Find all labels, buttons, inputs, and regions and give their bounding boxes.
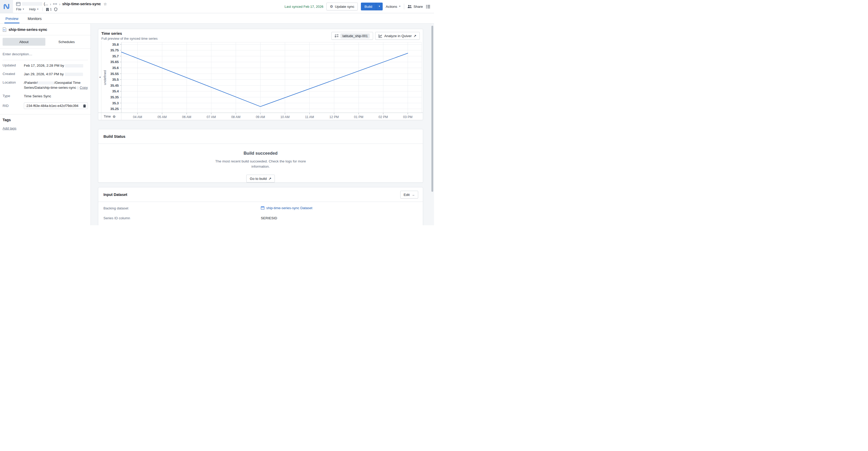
redacted-path-segment: [38, 82, 54, 84]
time-axis-label: Time: [104, 115, 111, 118]
redacted-user: [65, 64, 83, 67]
favorite-star-icon[interactable]: ☆: [103, 2, 107, 6]
top-bar: (... › ••• › ship-time-series-sync ☆ Fil…: [0, 0, 434, 13]
tags-title: Tags: [3, 118, 88, 122]
go-to-build-button[interactable]: Go to build ↗: [246, 175, 275, 182]
series-line: [121, 52, 408, 107]
time-axis-control[interactable]: Time ⚙: [101, 113, 121, 120]
build-button[interactable]: Build: [361, 3, 376, 10]
organization-building-icon[interactable]: [46, 8, 49, 11]
series-selector-button[interactable]: latitude_ship-001: [331, 32, 373, 40]
y-axis-title: undefined: [103, 70, 107, 85]
rid-label: RID: [3, 104, 24, 108]
help-menu[interactable]: Help▼: [29, 7, 40, 11]
main-panel: Time series Full preview of the synced t…: [91, 24, 434, 225]
clipboard-copy-icon[interactable]: [83, 104, 86, 108]
chevron-down-icon: ▼: [37, 8, 39, 10]
breadcrumb-resource-title[interactable]: ship-time-series-sync: [62, 2, 101, 6]
edit-input-button[interactable]: Edit →: [400, 191, 418, 198]
file-menu[interactable]: File▼: [16, 7, 26, 11]
breadcrumb-project-truncated[interactable]: (...: [44, 2, 48, 6]
series-id-value: SERIESID: [261, 216, 418, 220]
time-series-file-icon: [3, 27, 6, 32]
build-split-button: Build ▼: [361, 3, 383, 10]
metadata-list: Updated Feb 17, 2026, 2:28 PM by Created…: [0, 60, 91, 113]
description-placeholder[interactable]: Enter description…: [0, 49, 91, 60]
build-card-header: Build Status: [98, 129, 423, 144]
app-logo-rail: [0, 0, 13, 13]
last-synced-status: Last synced Feb 17, 2026: [285, 5, 323, 8]
sidebar-segmented-control: About Schedules: [0, 35, 91, 49]
location-label: Location: [3, 80, 24, 84]
segment-schedules[interactable]: Schedules: [45, 38, 88, 46]
topbar-divider: [404, 4, 404, 9]
people-icon: [407, 5, 412, 8]
updated-label: Updated: [3, 63, 24, 67]
type-label: Type: [3, 94, 24, 98]
x-tick-label: 11 AM: [305, 115, 314, 119]
collapse-panel-handle[interactable]: ◂: [98, 41, 101, 113]
segment-about[interactable]: About: [3, 38, 45, 46]
content-area: ship-time-series-sync About Schedules En…: [0, 24, 434, 225]
collapse-left-icon: ◂: [99, 76, 100, 78]
x-tick-label: 01 PM: [354, 115, 363, 119]
created-label: Created: [3, 72, 24, 76]
rid-field: [24, 103, 88, 109]
actions-menu-button[interactable]: Actions ▼: [386, 5, 401, 8]
input-dataset-card: Input Dataset Edit → Backing dataset: [98, 187, 423, 225]
add-tags-link[interactable]: Add tags: [3, 126, 16, 130]
y-tick-label: 35.75: [110, 48, 119, 52]
properties-list-icon[interactable]: [426, 5, 430, 8]
copy-location-link[interactable]: Copy: [80, 86, 88, 89]
x-tick-label: 03 PM: [403, 115, 412, 119]
menu-divider: [42, 7, 43, 11]
chart-title: Time series: [101, 31, 122, 35]
chevron-right-icon: ›: [59, 2, 61, 6]
tab-monitors[interactable]: Monitors: [27, 14, 43, 23]
build-status-heading: Build succeeded: [243, 151, 277, 156]
chevron-right-icon: ›: [50, 2, 51, 6]
axis-settings-gear-icon[interactable]: ⚙: [113, 115, 116, 118]
tags-section: Tags Add tags: [0, 114, 91, 134]
build-dropdown-button[interactable]: ▼: [376, 3, 383, 10]
x-tick-label: 07 AM: [207, 115, 216, 119]
breadcrumb: (... › ••• › ship-time-series-sync ☆: [16, 1, 107, 6]
type-value: Time Series Sync: [24, 94, 88, 98]
resource-title-row: ship-time-series-sync: [0, 24, 91, 35]
x-tick-label: 08 AM: [231, 115, 240, 119]
build-card-title: Build Status: [103, 134, 125, 139]
app-window: (... › ••• › ship-time-series-sync ☆ Fil…: [0, 0, 434, 225]
build-status-body: Build succeeded The most recent build su…: [98, 144, 423, 182]
input-card-header: Input Dataset Edit →: [98, 187, 423, 202]
series-id-label: Series ID column: [103, 216, 261, 220]
shield-icon[interactable]: [54, 7, 57, 11]
share-button[interactable]: Share: [407, 5, 423, 8]
chevron-down-icon: ▼: [22, 8, 24, 10]
dataset-table-icon: [261, 206, 265, 210]
y-tick-label: 35.45: [110, 84, 119, 87]
x-tick-label: 06 AM: [182, 115, 191, 119]
time-series-chart[interactable]: 35.835.7535.735.6535.635.5535.535.4535.4…: [98, 41, 423, 120]
update-sync-button[interactable]: ⚙ Update sync: [327, 3, 358, 10]
tab-preview[interactable]: Preview: [4, 14, 20, 23]
analyze-in-quiver-button[interactable]: Analyze in Quiver ↗: [375, 32, 420, 40]
updated-value: Feb 17, 2026, 2:28 PM by: [24, 63, 88, 68]
x-tick-label: 02 PM: [378, 115, 388, 119]
breadcrumb-block: (... › ••• › ship-time-series-sync ☆ Fil…: [13, 0, 107, 13]
y-tick-label: 35.65: [110, 60, 119, 64]
rid-input[interactable]: [26, 104, 82, 108]
topbar-actions: Last synced Feb 17, 2026 ⚙ Update sync B…: [285, 0, 434, 13]
time-series-card: Time series Full preview of the synced t…: [98, 29, 423, 120]
x-tick-label: 05 AM: [158, 115, 167, 119]
about-sidebar: ship-time-series-sync About Schedules En…: [0, 24, 91, 225]
backing-dataset-label: Backing dataset: [103, 206, 261, 210]
scrollbar-thumb[interactable]: [431, 26, 433, 192]
table-row: Backing dataset: [103, 202, 418, 213]
foundry-logo-icon[interactable]: [3, 3, 10, 10]
backing-dataset-link[interactable]: ship-time-series-sync Dataset: [261, 206, 312, 210]
chevron-down-icon: ▼: [399, 5, 401, 7]
breadcrumb-collapsed-items[interactable]: •••: [53, 2, 57, 6]
project-document-icon: [16, 2, 21, 6]
table-row: Time column TIME: [103, 223, 418, 225]
column-checklist-icon: [335, 34, 339, 38]
